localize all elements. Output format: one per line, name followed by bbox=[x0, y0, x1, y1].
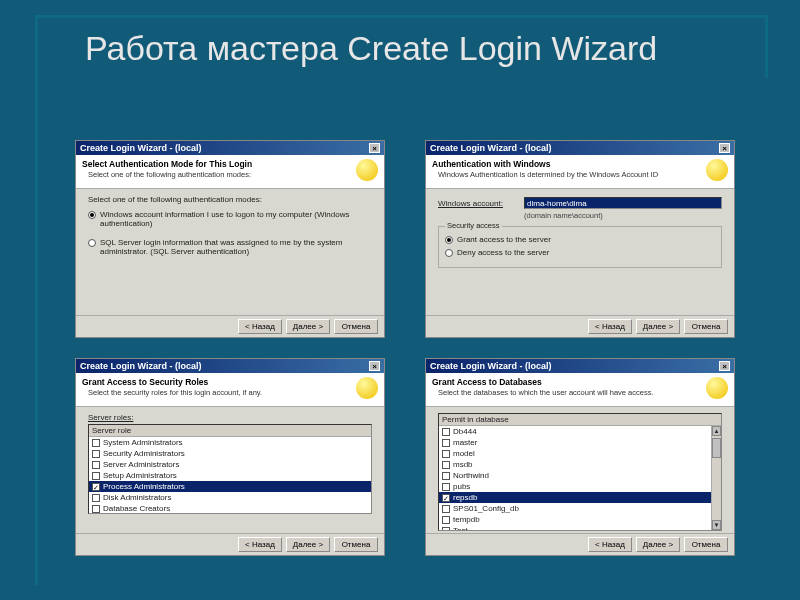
lightbulb-icon bbox=[706, 159, 728, 181]
scroll-up-icon[interactable]: ▲ bbox=[712, 426, 721, 436]
header-subtitle: Select the databases to which the user a… bbox=[432, 388, 702, 397]
titlebar[interactable]: Create Login Wizard - (local) × bbox=[76, 141, 384, 155]
checkbox-icon[interactable] bbox=[442, 505, 450, 513]
list-item[interactable]: model bbox=[439, 448, 721, 459]
header-title: Grant Access to Security Roles bbox=[82, 377, 352, 387]
list-item-label: repsdb bbox=[453, 493, 477, 502]
list-column-header[interactable]: Permit in database bbox=[439, 414, 721, 426]
list-item-label: master bbox=[453, 438, 477, 447]
list-item-label: Setup Administrators bbox=[103, 471, 177, 480]
radio-windows-auth[interactable]: Windows account information I use to log… bbox=[88, 210, 372, 228]
list-item[interactable]: msdb bbox=[439, 459, 721, 470]
checkbox-icon[interactable]: ✓ bbox=[92, 483, 100, 491]
checkbox-icon[interactable] bbox=[92, 461, 100, 469]
list-item-label: Database Creators bbox=[103, 504, 170, 513]
radio-deny-access[interactable]: Deny access to the server bbox=[445, 248, 715, 257]
list-item[interactable]: Security Administrators bbox=[89, 448, 371, 459]
radio-icon bbox=[445, 249, 453, 257]
checkbox-icon[interactable] bbox=[442, 461, 450, 469]
header-subtitle: Select the security roles for this login… bbox=[82, 388, 352, 397]
wizard-step-windows-auth: Create Login Wizard - (local) × Authenti… bbox=[425, 140, 735, 338]
roles-listbox[interactable]: Server role System AdministratorsSecurit… bbox=[88, 424, 372, 514]
next-button[interactable]: Далее > bbox=[286, 319, 330, 334]
list-item[interactable]: Server Administrators bbox=[89, 459, 371, 470]
checkbox-icon[interactable] bbox=[92, 439, 100, 447]
list-item[interactable]: ✓Process Administrators bbox=[89, 481, 371, 492]
radio-icon bbox=[445, 236, 453, 244]
account-hint: (domain name\account) bbox=[524, 211, 722, 220]
checkbox-icon[interactable] bbox=[92, 505, 100, 513]
list-item[interactable]: SPS01_Config_db bbox=[439, 503, 721, 514]
prompt-text: Select one of the following authenticati… bbox=[88, 195, 372, 204]
window-title: Create Login Wizard - (local) bbox=[80, 143, 201, 153]
list-item[interactable]: Database Creators bbox=[89, 503, 371, 514]
checkbox-icon[interactable] bbox=[442, 450, 450, 458]
close-icon[interactable]: × bbox=[369, 143, 380, 153]
list-item[interactable]: Disk Administrators bbox=[89, 492, 371, 503]
lightbulb-icon bbox=[356, 159, 378, 181]
list-item[interactable]: Db444 bbox=[439, 426, 721, 437]
list-item[interactable]: System Administrators bbox=[89, 437, 371, 448]
cancel-button[interactable]: Отмена bbox=[334, 319, 378, 334]
window-title: Create Login Wizard - (local) bbox=[430, 361, 551, 371]
cancel-button[interactable]: Отмена bbox=[334, 537, 378, 552]
wizard-step-auth-mode: Create Login Wizard - (local) × Select A… bbox=[75, 140, 385, 338]
scrollbar[interactable]: ▲ ▼ bbox=[711, 426, 721, 530]
checkbox-icon[interactable] bbox=[442, 516, 450, 524]
checkbox-icon[interactable] bbox=[442, 472, 450, 480]
scroll-thumb[interactable] bbox=[712, 438, 721, 458]
list-item[interactable]: pubs bbox=[439, 481, 721, 492]
databases-listbox[interactable]: Permit in database Db444mastermodelmsdbN… bbox=[438, 413, 722, 531]
radio-label: Grant access to the server bbox=[457, 235, 551, 244]
list-item-label: Server Administrators bbox=[103, 460, 179, 469]
radio-grant-access[interactable]: Grant access to the server bbox=[445, 235, 715, 244]
fieldset-legend: Security access bbox=[445, 221, 502, 230]
window-title: Create Login Wizard - (local) bbox=[430, 143, 551, 153]
cancel-button[interactable]: Отмена bbox=[684, 319, 728, 334]
wizard-header: Grant Access to Security Roles Select th… bbox=[76, 373, 384, 407]
list-item-label: Northwind bbox=[453, 471, 489, 480]
back-button[interactable]: < Назад bbox=[238, 537, 282, 552]
titlebar[interactable]: Create Login Wizard - (local) × bbox=[426, 141, 734, 155]
radio-sql-auth[interactable]: SQL Server login information that was as… bbox=[88, 238, 372, 256]
list-column-header[interactable]: Server role bbox=[89, 425, 371, 437]
next-button[interactable]: Далее > bbox=[636, 537, 680, 552]
next-button[interactable]: Далее > bbox=[636, 319, 680, 334]
close-icon[interactable]: × bbox=[719, 361, 730, 371]
checkbox-icon[interactable] bbox=[442, 483, 450, 491]
list-item[interactable]: ✓repsdb bbox=[439, 492, 721, 503]
header-subtitle: Windows Authentication is determined by … bbox=[432, 170, 702, 179]
list-item[interactable]: Test bbox=[439, 525, 721, 531]
list-item[interactable]: master bbox=[439, 437, 721, 448]
close-icon[interactable]: × bbox=[369, 361, 380, 371]
list-item[interactable]: Northwind bbox=[439, 470, 721, 481]
back-button[interactable]: < Назад bbox=[588, 537, 632, 552]
checkbox-icon[interactable] bbox=[92, 472, 100, 480]
titlebar[interactable]: Create Login Wizard - (local) × bbox=[426, 359, 734, 373]
back-button[interactable]: < Назад bbox=[588, 319, 632, 334]
slide-title: Работа мастера Create Login Wizard bbox=[85, 30, 705, 67]
checkbox-icon[interactable] bbox=[442, 527, 450, 532]
wizard-header: Authentication with Windows Windows Auth… bbox=[426, 155, 734, 189]
checkbox-icon[interactable] bbox=[92, 450, 100, 458]
window-title: Create Login Wizard - (local) bbox=[80, 361, 201, 371]
list-item[interactable]: tempdb bbox=[439, 514, 721, 525]
titlebar[interactable]: Create Login Wizard - (local) × bbox=[76, 359, 384, 373]
next-button[interactable]: Далее > bbox=[286, 537, 330, 552]
cancel-button[interactable]: Отмена bbox=[684, 537, 728, 552]
windows-account-field[interactable]: dima-home\dima bbox=[524, 197, 722, 209]
checkbox-icon[interactable]: ✓ bbox=[442, 494, 450, 502]
radio-label: Windows account information I use to log… bbox=[100, 210, 372, 228]
checkbox-icon[interactable] bbox=[442, 428, 450, 436]
back-button[interactable]: < Назад bbox=[238, 319, 282, 334]
radio-icon bbox=[88, 211, 96, 219]
radio-label: SQL Server login information that was as… bbox=[100, 238, 372, 256]
lightbulb-icon bbox=[356, 377, 378, 399]
scroll-down-icon[interactable]: ▼ bbox=[712, 520, 721, 530]
list-item-label: msdb bbox=[453, 460, 473, 469]
close-icon[interactable]: × bbox=[719, 143, 730, 153]
checkbox-icon[interactable] bbox=[92, 494, 100, 502]
lightbulb-icon bbox=[706, 377, 728, 399]
checkbox-icon[interactable] bbox=[442, 439, 450, 447]
list-item[interactable]: Setup Administrators bbox=[89, 470, 371, 481]
